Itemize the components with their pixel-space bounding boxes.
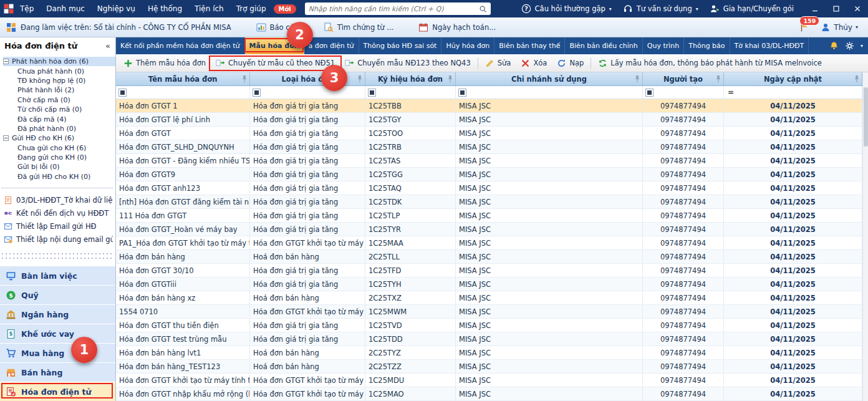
tree-item-da-gui-hd-cho-kh-0[interactable]: Đã gửi HĐ cho KH (0) [3, 172, 115, 181]
table-row[interactable]: Hóa đơn bán hàng lvt1Hoá đơn bán hàng2C2… [116, 346, 862, 360]
chuyen-tu-mau-cu-theo-nd51-button[interactable]: Chuyển từ mẫu cũ theo NĐ51 [211, 57, 340, 70]
menubar-link-tu-van-su-dung[interactable]: Tư vấn sử dụng▾ [617, 4, 704, 14]
scrollbar-thumb[interactable] [864, 87, 868, 147]
vertical-scrollbar[interactable] [862, 72, 868, 401]
nav-item-ban-hang[interactable]: Bán hàng [0, 362, 115, 382]
tab-bien-ban-dieu-chinh[interactable]: Biên bản điều chỉnh [565, 37, 642, 54]
workspace-grid-icon[interactable] [6, 22, 16, 32]
column-header-chi-nhanh-su-dung[interactable]: Chi nhánh sử dụng [456, 72, 643, 85]
table-row[interactable]: PA1_Hóa đơn GTGT khởi tạo từ máy tínhHóa… [116, 236, 862, 250]
table-row[interactable]: Hóa đơn bán hàng_TEST123Hoá đơn bán hàng… [116, 360, 862, 374]
tim-chung-tu-button[interactable]: Tìm chứng từ ... [324, 22, 394, 32]
tree-item-chua-phat-hanh-0[interactable]: Chưa phát hành (0) [3, 66, 115, 75]
chevron-down-icon[interactable]: ▾ [861, 43, 863, 49]
pin-icon[interactable] [447, 75, 453, 83]
tab-to-khai-03-dl-hddt[interactable]: Tờ khai 03/DL-HĐĐT [730, 37, 809, 54]
tab-thong-bao-hd-sai-sot[interactable]: Thông báo HĐ sai sót [359, 37, 442, 54]
tree-item-chua-gui-cho-kh-6[interactable]: Chưa gửi cho KH (6) [3, 143, 115, 153]
filter-button-icon[interactable] [458, 89, 466, 97]
nav-item-ban-lam-viec[interactable]: Bàn làm việc [0, 266, 115, 285]
filter-cell-nguoi-tao[interactable] [643, 86, 724, 99]
menubar-link-cau-hoi-thuong-gap[interactable]: ?Câu hỏi thường gặp▾ [516, 4, 617, 14]
them-mau-hoa-don-button[interactable]: Thêm mẫu hóa đơn [118, 57, 211, 70]
column-header-loai-hoa-don[interactable]: Loại hóa đơn [250, 72, 365, 85]
table-row[interactable]: Hóa đơn GTGT khởi tạo từ máy tính tiền D… [116, 374, 862, 387]
close-button[interactable] [847, 0, 868, 17]
filter-cell-ten-mau-hoa-don[interactable] [116, 86, 250, 99]
sidebar-link-thiet-lap-email-gui-hd[interactable]: Thiết lập Email gửi HĐ [2, 220, 113, 233]
table-row[interactable]: Hóa đơn GTGTiiiHóa đơn giá trị gia tăng1… [116, 278, 862, 291]
tree-item-da-cap-ma-4[interactable]: Đã cấp mã (4) [3, 114, 115, 123]
filter-button-icon[interactable] [645, 89, 653, 97]
feature-search[interactable] [305, 2, 491, 15]
tree-item-dang-gui-cho-kh-0[interactable]: Đang gửi cho KH (0) [3, 153, 115, 162]
table-row[interactable]: Hóa đơn GTGT 30/10Hóa đơn giá trị gia tă… [116, 264, 862, 278]
table-row[interactable]: Hóa đơn GTGT test trùng mẫuHóa đơn giá t… [116, 332, 862, 346]
sidebar-link-03-dl-hddt-to-khai-du-lieu[interactable]: 03/DL-HĐĐT_Tờ khai dữ liệu [2, 193, 113, 206]
table-row[interactable]: Hóa đơn GTGT nhập khẩu mở rộng (khởi tHó… [116, 387, 862, 401]
tab-huy-hoa-don[interactable]: Hủy hóa đơn [441, 37, 494, 54]
menu-item-tep[interactable]: Tệp [14, 0, 40, 17]
filter-button-icon[interactable] [118, 89, 127, 97]
filter-cell-ky-hieu-hoa-don[interactable] [365, 86, 456, 99]
filter-cell-loai-hoa-don[interactable] [250, 86, 365, 99]
table-row[interactable]: Hóa đơn GTGT_SLHD_DNQUYNHHóa đơn giá trị… [116, 140, 862, 154]
nav-item-quy[interactable]: $Quỹ [0, 285, 115, 304]
tab-thong-bao[interactable]: Thông báo [684, 37, 730, 54]
pin-icon[interactable] [634, 75, 640, 83]
tree-item-gui-hd-cho-kh-6[interactable]: −Gửi HĐ cho KH (6) [3, 133, 115, 143]
filter-cell-ngay-cap-nhat[interactable]: = [724, 86, 862, 99]
pin-icon[interactable] [241, 75, 248, 83]
menu-item-danh-muc[interactable]: Danh mục [40, 0, 91, 17]
menu-item-tro-giup[interactable]: Trợ giúp [230, 0, 272, 17]
tab-a-don-dien-tu[interactable]: a đơn điện tử [304, 37, 359, 54]
tree-item-tu-choi-cap-ma-0[interactable]: Từ chối cấp mã (0) [3, 105, 115, 114]
table-row[interactable]: Hóa đơn GTGT anh123Hóa đơn giá trị gia t… [116, 181, 862, 195]
lay-mau-hoa-don-thong-bao-phat-hanh-tu-misa-melnvoice-button[interactable]: Lấy mẫu hóa đơn, thông báo phát hành từ … [593, 57, 827, 70]
menu-item-nghiep-vu[interactable]: Nghiệp vụ [91, 0, 142, 17]
tree-item-gui-bi-loi-0[interactable]: Gửi bị lỗi (0) [3, 162, 115, 172]
minimize-button[interactable] [804, 0, 826, 17]
column-header-ten-mau-hoa-don[interactable]: Tên mẫu hóa đơn [116, 72, 250, 85]
column-header-ngay-cap-nhat[interactable]: Ngày cập nhật [724, 72, 862, 85]
nav-item-hoa-don-dien-tu[interactable]: Hóa đơn điện tử [0, 382, 115, 401]
tree-item-phat-hanh-loi-2[interactable]: Phát hành lỗi (2) [3, 85, 115, 95]
tab-bien-ban-thay-the[interactable]: Biên bản thay thế [494, 37, 565, 54]
nav-item-mua-hang[interactable]: Mua hàng [0, 343, 115, 362]
sidebar-link-ket-noi-den-dich-vu-hddt[interactable]: Kết nối đến dịch vụ HĐĐT [2, 206, 113, 220]
app-logo-icon[interactable] [4, 4, 14, 14]
column-header-ky-hieu-hoa-don[interactable]: Ký hiệu hóa đơn [365, 72, 456, 85]
tree-item-phat-hanh-hoa-don-6[interactable]: −Phát hành hóa đơn (6) [3, 57, 115, 66]
pin-icon[interactable] [715, 75, 721, 83]
sidebar-link-thiet-lap-noi-dung-email-gui-h[interactable]: Thiết lập nội dung email gửi h [2, 233, 113, 246]
tab-ket-noi-phan-mem-hoa-don-dien-tu[interactable]: Kết nối phần mềm hóa đơn điện tử [116, 37, 245, 54]
filter-button-icon[interactable] [368, 89, 376, 97]
tab-quy-trinh[interactable]: Quy trình [643, 37, 684, 54]
table-row[interactable]: Hóa đơn bán hàngHoá đơn bán hàng2C25TLLM… [116, 250, 862, 264]
filter-button-icon[interactable] [253, 89, 261, 97]
notifications-button[interactable]: 159 [799, 22, 809, 32]
tree-item-td-khong-hop-le-0[interactable]: TĐ không hợp lệ (0) [3, 76, 115, 85]
table-row[interactable]: Hóa đơn GTGT - Đăng kiểm nhiều TSHóa đơn… [116, 154, 862, 168]
chuyen-mau-nd123-theo-nq43-button[interactable]: Chuyển mẫu NĐ123 theo NQ43 [340, 57, 476, 70]
table-row[interactable]: [nth] Hóa đơn GTGT đăng kiểm tài nguyêHó… [116, 195, 862, 209]
table-row[interactable]: Hóa đơn GTGT lệ phí LinhHóa đơn giá trị … [116, 113, 862, 127]
table-row[interactable]: 111 Hóa đơn GTGTHóa đơn giá trị gia tăng… [116, 209, 862, 223]
tree-item-cho-cap-ma-0[interactable]: Chờ cấp mã (0) [3, 95, 115, 105]
sidebar-collapse-button[interactable]: « [105, 41, 110, 51]
menu-item-tien-ich[interactable]: Tiện ích [188, 0, 230, 17]
search-icon[interactable] [479, 5, 487, 13]
bell-icon[interactable] [829, 41, 839, 51]
tree-collapse-icon[interactable]: − [3, 135, 9, 141]
nav-item-khe-uoc-vay[interactable]: $Khế ước vay [0, 324, 115, 343]
table-row[interactable]: Hóa đơn GTGT_Hoàn vé máy bayHóa đơn giá … [116, 223, 862, 236]
menubar-link-gia-han-chuyen-goi[interactable]: Gia hạn/Chuyển gói [704, 4, 799, 14]
column-header-nguoi-tao[interactable]: Người tạo [643, 72, 724, 85]
table-row[interactable]: Hóa đơn GTGT9Hóa đơn giá trị gia tăng1C2… [116, 168, 862, 181]
table-row[interactable]: Hóa đơn GTGT 1Hóa đơn giá trị gia tăng1C… [116, 99, 862, 113]
nav-item-ngan-hang[interactable]: Ngân hàng [0, 304, 115, 324]
table-row[interactable]: Hóa đơn GTGTHóa đơn giá trị gia tăng1C25… [116, 127, 862, 140]
sidebar-splitter[interactable] [2, 251, 113, 262]
search-input[interactable] [309, 5, 479, 13]
menu-item-he-thong[interactable]: Hệ thống [142, 0, 188, 17]
